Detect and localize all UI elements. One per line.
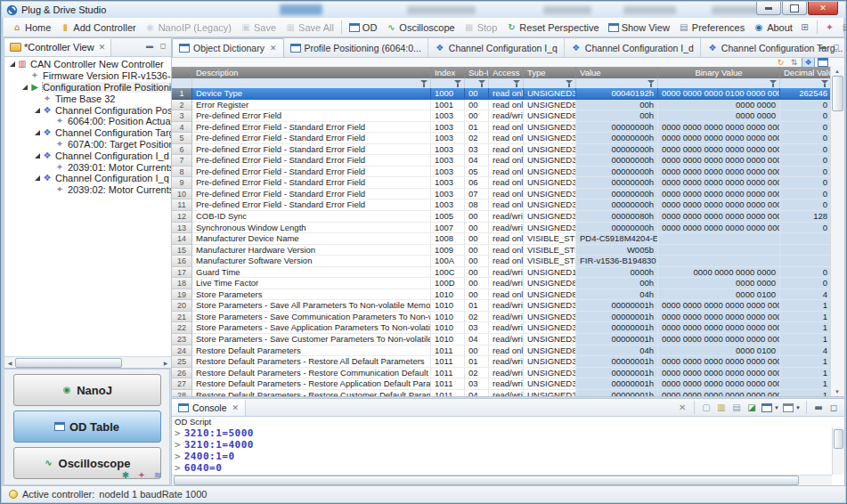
cell-value[interactable]: 00000000h bbox=[576, 122, 658, 134]
expand-arrow[interactable] bbox=[33, 175, 42, 181]
minimize-view-icon[interactable]: ▬ bbox=[144, 41, 155, 51]
maximize-button[interactable] bbox=[782, 2, 807, 15]
filter-icon[interactable] bbox=[770, 80, 777, 87]
cell-decimal-value[interactable]: 4 bbox=[780, 345, 831, 357]
tree-item-configuration-profile-po[interactable]: ▶Configuration Profile Positioning (6064… bbox=[4, 82, 171, 93]
open-perspective-button[interactable]: ⊞ bbox=[797, 20, 812, 35]
cell-binary-value[interactable]: 0000 0000 0000 0000 0000 0000 0000 0000 bbox=[658, 189, 780, 200]
cell-binary-value[interactable]: 0000 0000 0000 0000 0000 0000 0000 0000 bbox=[658, 199, 780, 211]
cell-decimal-value[interactable]: 128 bbox=[780, 211, 831, 223]
cell-binary-value[interactable]: 0000 0000 0000 0100 0000 0001 1001 0010 bbox=[658, 88, 780, 100]
cell-value[interactable]: 00040192h bbox=[576, 88, 658, 100]
table-row[interactable]: 4Pre-defined Error Field - Standard Erro… bbox=[172, 122, 831, 134]
table-row[interactable]: 21Store Parameters - Save Communication … bbox=[172, 312, 831, 323]
editor-tab-channel-configuration-i-d[interactable]: ❖Channel Configuration I_d bbox=[565, 38, 701, 57]
cell-value[interactable]: 00000080h bbox=[576, 211, 658, 223]
cell-decimal-value[interactable]: 1 bbox=[780, 378, 831, 390]
table-row[interactable]: 8Pre-defined Error Field - Standard Erro… bbox=[172, 167, 831, 178]
filter-icon[interactable] bbox=[566, 80, 573, 87]
column-header-description[interactable]: Description bbox=[192, 67, 431, 78]
cell-value[interactable]: FIR-v1536-B194830 bbox=[576, 256, 658, 267]
cell-binary-value[interactable]: 0000 0000 bbox=[658, 100, 780, 111]
cell-value[interactable]: 04h bbox=[576, 289, 658, 301]
table-row[interactable]: 9Pre-defined Error Field - Standard Erro… bbox=[172, 177, 831, 189]
close-tab-icon[interactable]: ✕ bbox=[99, 43, 106, 52]
cell-decimal-value[interactable]: 0 bbox=[780, 133, 831, 144]
preferences-button[interactable]: ▤Preferences bbox=[674, 21, 749, 34]
cell-binary-value[interactable]: 0000 0000 0000 0000 0000 0000 0000 0001 bbox=[658, 300, 780, 312]
table-row[interactable]: 19Store Parameters101000read onlyUNSIGNE… bbox=[172, 289, 831, 301]
dropdown-arrow-icon[interactable]: ▼ bbox=[774, 405, 779, 411]
cell-binary-value[interactable]: 0000 0000 0000 0000 bbox=[658, 267, 780, 279]
reset-perspective-button[interactable]: ↻Reset Perspective bbox=[501, 21, 603, 34]
filter-icon[interactable] bbox=[454, 80, 461, 87]
minimize-button[interactable]: ▬ bbox=[812, 402, 825, 413]
console-output[interactable]: >3210:1=5000>3210:1=4000>2400:1=0>6040=0 bbox=[172, 427, 832, 475]
table-row[interactable]: 17Guard Time100C00read/writeUNSIGNED1600… bbox=[172, 267, 831, 279]
editor-tab-channel-configuration-i-q[interactable]: ❖Channel Configuration I_q bbox=[428, 38, 565, 57]
table-vertical-scrollbar[interactable]: ▲ ▼ bbox=[830, 66, 844, 396]
column-header-sub-index[interactable]: Sub-Index bbox=[465, 67, 489, 78]
cell-decimal-value[interactable]: 0 bbox=[780, 167, 831, 178]
filter-icon[interactable] bbox=[420, 80, 428, 87]
tree-item-can-controller-new-contr[interactable]: ▥CAN Controller New Controller bbox=[4, 59, 171, 70]
tree-item-channel-configuration-ta[interactable]: ❖Channel Configuration Target Position bbox=[4, 127, 171, 139]
cell-binary-value[interactable]: 0000 0000 0000 0000 0000 0000 0000 0001 bbox=[658, 322, 780, 334]
cell-binary-value[interactable]: 0000 0000 0000 0000 0000 0000 0000 0001 bbox=[658, 334, 780, 345]
cell-decimal-value[interactable]: 1 bbox=[780, 334, 831, 345]
editor-tab-object-dictionary[interactable]: Object Dictionary✕ bbox=[172, 38, 284, 57]
cell-value[interactable]: 00h bbox=[576, 278, 658, 289]
cell-value[interactable]: 00000000h bbox=[576, 223, 658, 234]
table-row[interactable]: 1Device Type100000read onlyUNSIGNED32000… bbox=[172, 88, 831, 100]
cell-binary-value[interactable]: 0000 0000 0000 0000 0000 0000 0000 0001 bbox=[658, 356, 780, 368]
oscilloscope-button[interactable]: ∿Oscilloscope bbox=[381, 21, 459, 34]
maximize-view-icon[interactable]: ◻ bbox=[158, 41, 168, 51]
cell-value[interactable]: 00000001h bbox=[576, 300, 658, 312]
cell-decimal-value[interactable]: 1 bbox=[780, 368, 831, 379]
cell-binary-value[interactable]: 0000 0000 0000 0000 0000 0000 0000 0000 bbox=[658, 223, 780, 234]
expand-arrow[interactable] bbox=[33, 108, 42, 113]
clear-console-button[interactable]: ✕ bbox=[676, 402, 688, 413]
cell-decimal-value[interactable]: 0 bbox=[780, 122, 831, 134]
table-row[interactable]: 3Pre-defined Error Field100300read/write… bbox=[172, 110, 831, 122]
editor-tab-profile-positioning-6064-0[interactable]: Profile Positioning (6064:0... bbox=[284, 38, 428, 57]
cell-value[interactable]: 00000000h bbox=[576, 199, 658, 211]
connect-button[interactable]: ✦ bbox=[822, 20, 837, 35]
maximize-button[interactable]: ◻ bbox=[827, 402, 840, 413]
cell-decimal-value[interactable] bbox=[780, 256, 831, 267]
tree-item-time-base-32[interactable]: ✦Time Base 32 bbox=[4, 93, 171, 104]
connect-button[interactable]: ✦ bbox=[135, 469, 148, 481]
column-header-index[interactable]: Index bbox=[431, 67, 465, 78]
cell-binary-value[interactable] bbox=[658, 245, 780, 256]
script-button[interactable]: ▤ bbox=[839, 20, 847, 35]
table-row[interactable]: 6Pre-defined Error Field - Standard Erro… bbox=[172, 144, 831, 156]
tree-item-channel-configuration-i[interactable]: ❖Channel Configuration I_q bbox=[4, 173, 171, 184]
cell-decimal-value[interactable]: 0 bbox=[780, 110, 831, 122]
scrollbar-thumb[interactable] bbox=[174, 476, 799, 485]
cell-decimal-value[interactable]: 0 bbox=[780, 189, 831, 200]
table-row[interactable]: 15Manufacturer Hardware Version100900rea… bbox=[172, 245, 831, 256]
open-console-button[interactable] bbox=[782, 402, 794, 413]
tree-item-channel-configuration-i[interactable]: ❖Channel Configuration I_d bbox=[4, 150, 171, 161]
column-header-decimal-value[interactable]: Decimal Value bbox=[780, 67, 832, 78]
scroll-right-icon[interactable]: ▶ bbox=[160, 358, 171, 368]
minimize-editor-icon[interactable]: ▬ bbox=[818, 42, 828, 52]
stop-button[interactable]: ■Stop bbox=[460, 21, 502, 34]
table-row[interactable]: 22Store Parameters - Save Application Pa… bbox=[172, 322, 831, 334]
about-button[interactable]: ◉About bbox=[749, 21, 797, 34]
od-button[interactable]: OD bbox=[345, 21, 382, 34]
cell-decimal-value[interactable]: 1 bbox=[780, 300, 831, 312]
controller-view-tab[interactable]: *Controller View ✕ bbox=[4, 39, 111, 56]
cell-binary-value[interactable]: 0000 0000 0000 0000 0000 0000 0000 0000 bbox=[658, 144, 780, 156]
cell-value[interactable]: 00000001h bbox=[576, 378, 658, 390]
table-row[interactable]: 28Restore Default Parameters - Restore C… bbox=[172, 390, 831, 396]
save-all-button[interactable]: ▦Save All bbox=[281, 21, 338, 34]
cell-decimal-value[interactable]: 0 bbox=[780, 223, 831, 234]
cell-binary-value[interactable]: 0000 0000 0000 0000 0000 0000 0000 0001 bbox=[658, 378, 780, 390]
filter-icon[interactable] bbox=[821, 80, 828, 87]
table-row[interactable]: 13Synchronous Window Length100700read/wr… bbox=[172, 223, 831, 234]
tree-item-2039-02-motor-currents[interactable]: ✦2039:02: Motor Currents - I_q bbox=[4, 184, 171, 196]
cell-decimal-value[interactable]: 0 bbox=[780, 177, 831, 189]
cell-decimal-value[interactable] bbox=[780, 245, 831, 256]
cell-value[interactable]: 00000001h bbox=[576, 334, 658, 345]
